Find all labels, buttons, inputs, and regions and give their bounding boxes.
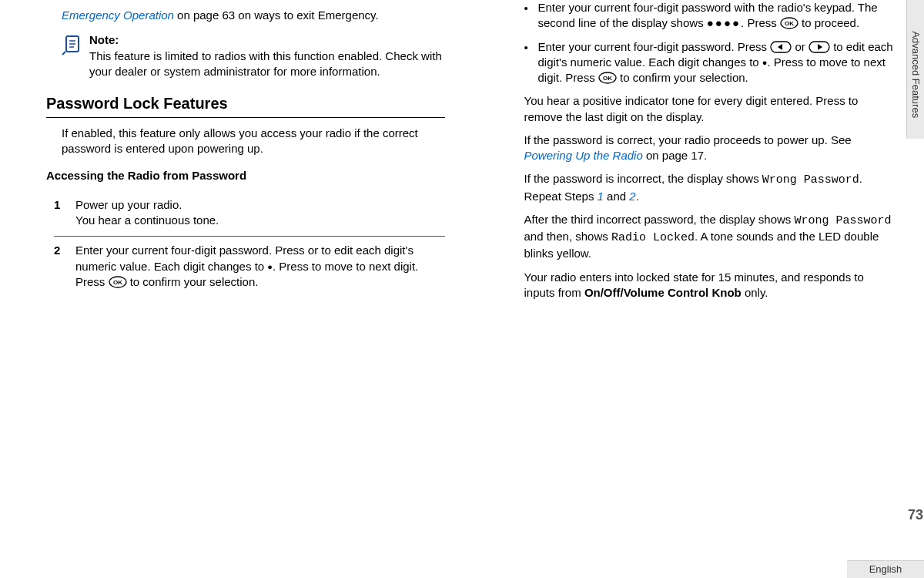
right-nav-icon (808, 41, 830, 53)
ok-button-icon: OK (780, 17, 798, 29)
note-block: Note: This feature is limited to radios … (62, 32, 445, 79)
masked-digit-icon: ● (267, 262, 273, 271)
step1-line2: You hear a continuous tone. (75, 213, 445, 228)
radio-locked-text: After the third incorrect password, the … (524, 212, 894, 262)
step-number: 1 (54, 197, 75, 229)
bullet-dot-icon: • (524, 39, 538, 86)
svg-text:OK: OK (785, 20, 794, 27)
step-ref-1[interactable]: 1 (598, 190, 604, 203)
section-tab-label: Advanced Features (909, 31, 922, 118)
bullet-arrow-entry: • Enter your current four-digit password… (524, 39, 894, 86)
svg-text:OK: OK (603, 75, 612, 82)
left-nav-icon (770, 41, 792, 53)
heading-password-lock: Password Lock Features (46, 93, 445, 118)
link-emergency-operation[interactable]: Emergency Operation (62, 8, 174, 22)
ok-button-icon: OK (109, 276, 127, 288)
step-1: 1 Power up your radio. You hear a contin… (54, 191, 445, 229)
note-icon (62, 32, 89, 79)
note-title: Note: (89, 32, 445, 48)
page-number: 73 (907, 506, 924, 524)
display-wrong-password: Wrong Password (795, 214, 892, 227)
password-incorrect-text: If the password is incorrect, the displa… (524, 171, 894, 204)
locked-state-text: Your radio enters into locked state for … (524, 270, 894, 301)
bullet-keypad-entry: • Enter your current four-digit password… (524, 0, 894, 32)
heading-accessing-radio: Accessing the Radio from Password (46, 168, 445, 183)
language-tab: English (847, 560, 924, 578)
step1-line1: Power up your radio. (75, 197, 445, 213)
display-wrong-password: Wrong Password (762, 173, 859, 187)
ok-button-icon: OK (598, 72, 617, 84)
note-body-text: This feature is limited to radios with t… (89, 49, 445, 80)
knob-name: On/Off/Volume Control Knob (584, 286, 742, 299)
svg-text:OK: OK (113, 279, 122, 286)
step2-text: Enter your current four-digit password. … (75, 243, 445, 290)
indicator-tone-text: You hear a positive indicator tone for e… (524, 93, 894, 125)
masked-password-icon: ●●●● (707, 16, 741, 29)
password-lock-intro: If enabled, this feature only allows you… (62, 126, 445, 157)
display-radio-locked: Radio Locked (611, 231, 695, 244)
masked-digit-icon: ● (762, 58, 768, 67)
section-tab: Advanced Features (906, 0, 924, 139)
link-powering-up[interactable]: Powering Up the Radio (524, 149, 643, 162)
step-ref-2[interactable]: 2 (629, 190, 635, 203)
password-correct-text: If the password is correct, your radio p… (524, 133, 894, 164)
bullet-dot-icon: • (524, 0, 538, 32)
fragment-text: on page 63 on ways to exit Emergency. (174, 8, 379, 22)
fragment-prev: Emergency Operation on page 63 on ways t… (62, 8, 445, 23)
